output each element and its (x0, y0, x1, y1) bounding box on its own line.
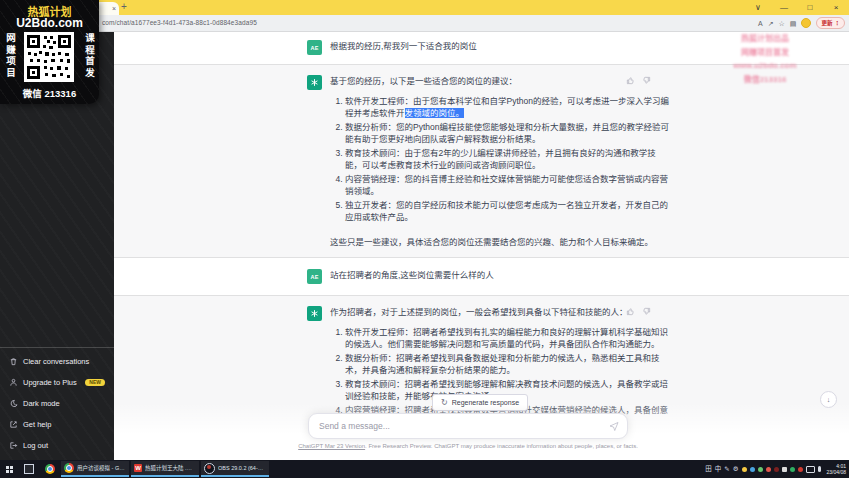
taskbar-clock[interactable]: 4:01 23/04/08 (827, 463, 846, 475)
moon-icon (9, 399, 18, 408)
message-intro: 作为招聘者，对于上述提到的岗位，一般会希望找到具备以下特征和技能的人： (330, 306, 672, 319)
chrome-icon (64, 463, 74, 473)
start-button[interactable] (0, 466, 18, 473)
chat-footer: ChatGPT Mar 23 Version. Free Research Pr… (154, 443, 782, 449)
list-item: 软件开发工程师：招聘者希望找到有扎实的编程能力和良好的理解计算机科学基础知识的候… (345, 326, 672, 351)
taskbar-task-chrome[interactable]: 用户访谈模拟 - Go... (61, 461, 129, 477)
scroll-to-bottom-button[interactable]: ↓ (820, 391, 837, 408)
tray-app-icon[interactable] (774, 467, 779, 472)
browser-titlebar: × + ∨ — □ × (0, 0, 849, 15)
url-text[interactable]: com/chat/a1677ee3-f4d1-473a-88c1-0d884e3… (102, 15, 257, 31)
openai-logo-icon (310, 78, 319, 87)
message-text: 根据我的经历,帮我列一下适合我的岗位 (330, 40, 672, 55)
thumbs-down-icon[interactable] (642, 76, 651, 85)
minimize-button[interactable]: — (771, 0, 797, 15)
logout-icon (9, 441, 18, 450)
message-text: 站在招聘者的角度,这些岗位需要什么样的人 (330, 269, 672, 284)
chat-main: AE 根据我的经历,帮我列一下适合我的岗位 基于您的经历，以下是一些适合您的岗位… (114, 31, 849, 460)
openai-logo-icon (310, 309, 319, 318)
obs-icon (204, 463, 215, 474)
message-intro: 基于您的经历，以下是一些适合您的岗位的建议： (330, 75, 672, 88)
promo-domain: U2Bdo.com (0, 16, 99, 30)
tray-app-icon[interactable] (766, 467, 771, 472)
suggestion-list: 软件开发工程师：由于您有本科学位和自学Python的经验，可以考虑进一步深入学习… (330, 95, 672, 224)
version-link[interactable]: ChatGPT Mar 23 Version (298, 443, 365, 449)
chatgpt-avatar (307, 75, 322, 90)
feedback-buttons (626, 76, 651, 85)
thumbs-up-icon[interactable] (626, 307, 635, 316)
tray-app-icon[interactable] (790, 467, 795, 472)
sidebar-item-log-out[interactable]: Log out (0, 435, 114, 456)
tray-app-icon[interactable] (758, 467, 763, 472)
share-icon[interactable]: ↗ (768, 20, 774, 27)
new-tab-button[interactable]: + (121, 1, 127, 12)
promo-left-text: 网赚项目 (3, 33, 17, 79)
tray-app-icon[interactable] (750, 467, 755, 472)
ime-grid-icon[interactable]: 田 (705, 466, 712, 473)
tray-app-icon[interactable] (782, 467, 787, 472)
tray-app-icon[interactable] (798, 467, 803, 472)
chat-message-user: AE 站在招聘者的角度,这些岗位需要什么样的人 (114, 258, 849, 295)
selected-text: 发领域的岗位。 (405, 108, 465, 118)
new-badge: NEW (85, 379, 105, 386)
side-panel-icon[interactable]: ▤ (790, 20, 797, 27)
pink-watermark: 热狐计划出品 网赚项目首发 www.u2bdo.com 微信213316 (679, 32, 849, 86)
wps-icon: W (134, 464, 142, 472)
thumbs-up-icon[interactable] (626, 76, 635, 85)
sidebar-menu: Clear conversations Upgrade to Plus NEW … (0, 347, 114, 456)
sidebar-item-clear-conversations[interactable]: Clear conversations (0, 351, 114, 372)
pinned-browser-icon[interactable] (45, 464, 55, 474)
taskbar-task-obs[interactable]: OBS 29.0.2 (64-bi... (201, 461, 269, 477)
translate-icon[interactable]: A (758, 20, 763, 27)
chat-message-assistant: 基于您的经历，以下是一些适合您的岗位的建议： 软件开发工程师：由于您有本科学位和… (114, 64, 849, 258)
menu-dots-icon[interactable]: ⋮ (835, 20, 841, 26)
list-item: 数据分析师：您的Python编程技能使您能够处理和分析大量数据，并且您的教学经验… (345, 121, 672, 146)
promo-overlay-card: 热狐计划 U2Bdo.com 网赚项目 课程首发 微信 213316 (0, 0, 99, 104)
user-avatar: AE (307, 40, 322, 55)
url-bar[interactable]: com/chat/a1677ee3-f4d1-473a-88c1-0d884e3… (0, 15, 849, 32)
taskbar-task-wps[interactable]: W 热狐计划王大陆 .wh... (131, 461, 199, 477)
list-item: 独立开发者：您的自学经历和技术能力可以使您考虑成为一名独立开发者，开发自己的应用… (345, 199, 672, 224)
external-link-icon (9, 420, 18, 429)
promo-wechat: 微信 213316 (0, 86, 99, 100)
arrow-down-icon: ↓ (827, 396, 831, 403)
trash-icon (9, 357, 18, 366)
ime-chinese-icon[interactable]: 中 (715, 466, 722, 473)
regenerate-response-button[interactable]: ↻ Regenerate response (432, 394, 528, 411)
profile-avatar[interactable] (801, 18, 811, 28)
display-icon[interactable] (806, 466, 815, 473)
tab-close-icon[interactable]: × (112, 5, 116, 12)
person-icon (9, 378, 18, 387)
task-view-button[interactable] (24, 464, 34, 474)
promo-right-text: 课程首发 (82, 33, 96, 79)
browser-update-button[interactable]: 更新 ⋮ (816, 17, 845, 29)
send-icon[interactable] (609, 421, 619, 431)
thumbs-down-icon[interactable] (642, 307, 651, 316)
tab-search-icon[interactable]: ∨ (745, 0, 771, 15)
message-text: 基于您的经历，以下是一些适合您的岗位的建议： 软件开发工程师：由于您有本科学位和… (330, 75, 672, 248)
sidebar-item-upgrade-to-plus[interactable]: Upgrade to Plus NEW (0, 372, 114, 393)
list-item: 数据分析师：招聘者希望找到具备数据处理和分析能力的候选人，熟悉相关工具和技术，并… (345, 352, 672, 377)
windows-taskbar: 用户访谈模拟 - Go... W 热狐计划王大陆 .wh... OBS 29.0… (0, 460, 849, 478)
settings-gear-icon[interactable]: ⚙ (733, 466, 739, 473)
list-item: 内容营销经理：您的抖音博主经验和社交媒体营销能力可能使您适合数字营销或内容营销领… (345, 173, 672, 198)
sidebar-item-get-help[interactable]: Get help (0, 414, 114, 435)
chatgpt-avatar (307, 306, 322, 321)
close-button[interactable]: × (823, 0, 849, 15)
windows-logo-icon (6, 466, 13, 473)
system-tray: 田 中 ✎ ⚙ 4:01 23/04/08 (705, 463, 849, 475)
maximize-button[interactable]: □ (797, 0, 823, 15)
message-outro: 这些只是一些建议，具体适合您的岗位还需要结合您的兴趣、能力和个人目标来确定。 (330, 236, 672, 249)
bookmark-star-icon[interactable]: ☆ (779, 20, 785, 27)
page-content: Clear conversations Upgrade to Plus NEW … (0, 31, 849, 460)
sidebar-item-dark-mode[interactable]: Dark mode (0, 393, 114, 414)
tray-app-icon[interactable] (742, 467, 747, 472)
regenerate-icon: ↻ (441, 399, 448, 407)
pen-icon[interactable]: ✎ (724, 466, 729, 473)
list-item: 教育技术顾问：由于您有2年的少儿编程课讲师经验，并且拥有良好的沟通和教学技能，可… (345, 147, 672, 172)
list-item: 软件开发工程师：由于您有本科学位和自学Python的经验，可以考虑进一步深入学习… (345, 95, 672, 120)
qr-code (24, 32, 74, 82)
feedback-buttons (626, 307, 651, 316)
message-input[interactable]: Send a message... (308, 413, 628, 439)
microphone-icon[interactable] (818, 466, 821, 472)
